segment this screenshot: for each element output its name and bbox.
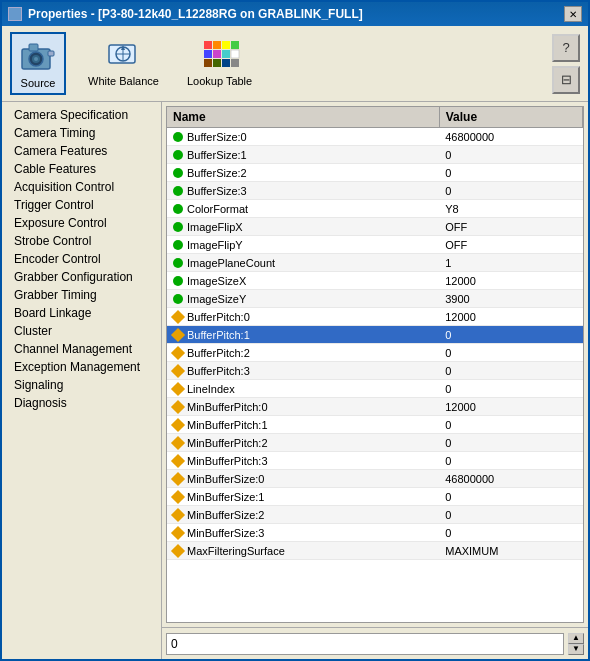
row-name: BufferSize:1 — [167, 146, 439, 164]
table-row[interactable]: BufferSize:046800000 — [167, 128, 583, 146]
toolbar-source[interactable]: Source — [10, 32, 66, 95]
table-row[interactable]: BufferSize:20 — [167, 164, 583, 182]
sidebar-item-grabber-configuration[interactable]: Grabber Configuration — [2, 268, 161, 286]
sidebar-item-camera-specification[interactable]: Camera Specification — [2, 106, 161, 124]
window-title: Properties - [P3-80-12k40_L12288RG on GR… — [28, 7, 363, 21]
table-row[interactable]: BufferSize:10 — [167, 146, 583, 164]
row-value: 0 — [439, 164, 582, 182]
svg-rect-18 — [231, 50, 239, 58]
table-row[interactable]: LineIndex0 — [167, 380, 583, 398]
row-name: MinBufferPitch:3 — [167, 452, 439, 470]
toolbar-lookup-table[interactable]: Lookup Table — [181, 32, 258, 95]
row-name: BufferSize:2 — [167, 164, 439, 182]
sidebar-item-channel-management[interactable]: Channel Management — [2, 340, 161, 358]
table-row[interactable]: BufferSize:30 — [167, 182, 583, 200]
toolbar-white-balance[interactable]: White Balance — [82, 32, 165, 95]
diamond-icon — [171, 399, 185, 413]
diamond-icon — [171, 435, 185, 449]
sidebar-item-camera-timing[interactable]: Camera Timing — [2, 124, 161, 142]
green-dot-icon — [173, 186, 183, 196]
spin-up-button[interactable]: ▲ — [568, 633, 584, 644]
window-icon — [8, 7, 22, 21]
sidebar-item-camera-features[interactable]: Camera Features — [2, 142, 161, 160]
properties-table-container[interactable]: Name Value BufferSize:046800000BufferSiz… — [166, 106, 584, 623]
table-row[interactable]: ColorFormatY8 — [167, 200, 583, 218]
sidebar-item-acquisition-control[interactable]: Acquisition Control — [2, 178, 161, 196]
row-name: MinBufferPitch:0 — [167, 398, 439, 416]
row-name: LineIndex — [167, 380, 439, 398]
table-row[interactable]: MinBufferSize:30 — [167, 524, 583, 542]
sidebar-item-exception-management[interactable]: Exception Management — [2, 358, 161, 376]
toolbar-icons: Source White Balance — [10, 32, 540, 95]
svg-rect-20 — [213, 59, 221, 67]
row-value: 0 — [439, 326, 582, 344]
table-row[interactable]: MinBufferPitch:20 — [167, 434, 583, 452]
green-dot-icon — [173, 276, 183, 286]
row-value: 46800000 — [439, 470, 582, 488]
sidebar-item-signaling[interactable]: Signaling — [2, 376, 161, 394]
sidebar-item-exposure-control[interactable]: Exposure Control — [2, 214, 161, 232]
bottom-value-input[interactable] — [166, 633, 564, 655]
sidebar-item-trigger-control[interactable]: Trigger Control — [2, 196, 161, 214]
sidebar-item-grabber-timing[interactable]: Grabber Timing — [2, 286, 161, 304]
row-name: MinBufferPitch:2 — [167, 434, 439, 452]
sidebar-item-encoder-control[interactable]: Encoder Control — [2, 250, 161, 268]
sidebar-item-diagnosis[interactable]: Diagnosis — [2, 394, 161, 412]
row-name: MinBufferPitch:1 — [167, 416, 439, 434]
table-row[interactable]: BufferPitch:012000 — [167, 308, 583, 326]
spin-down-button[interactable]: ▼ — [568, 644, 584, 655]
table-row[interactable]: ImageFlipXOFF — [167, 218, 583, 236]
table-row[interactable]: MinBufferSize:20 — [167, 506, 583, 524]
table-row[interactable]: MinBufferPitch:012000 — [167, 398, 583, 416]
sidebar-item-board-linkage[interactable]: Board Linkage — [2, 304, 161, 322]
table-row[interactable]: ImageFlipYOFF — [167, 236, 583, 254]
table-row[interactable]: BufferPitch:10 — [167, 326, 583, 344]
table-row[interactable]: MinBufferPitch:30 — [167, 452, 583, 470]
close-button[interactable]: ✕ — [564, 6, 582, 22]
svg-rect-13 — [222, 41, 230, 49]
row-value: 12000 — [439, 272, 582, 290]
table-row[interactable]: MinBufferPitch:10 — [167, 416, 583, 434]
diamond-icon — [171, 489, 185, 503]
green-dot-icon — [173, 258, 183, 268]
white-balance-label: White Balance — [88, 75, 159, 87]
row-name: MinBufferSize:2 — [167, 506, 439, 524]
row-value: 12000 — [439, 308, 582, 326]
sidebar: Camera SpecificationCamera TimingCamera … — [2, 102, 162, 659]
row-value: 0 — [439, 182, 582, 200]
sidebar-item-strobe-control[interactable]: Strobe Control — [2, 232, 161, 250]
toolbar-right: ? ⊟ — [552, 32, 580, 95]
green-dot-icon — [173, 222, 183, 232]
row-value: 0 — [439, 344, 582, 362]
source-label: Source — [21, 77, 56, 89]
layout-button[interactable]: ⊟ — [552, 66, 580, 94]
table-row[interactable]: BufferPitch:20 — [167, 344, 583, 362]
row-name: BufferPitch:1 — [167, 326, 439, 344]
properties-table: Name Value BufferSize:046800000BufferSiz… — [167, 107, 583, 560]
green-dot-icon — [173, 168, 183, 178]
sidebar-item-cluster[interactable]: Cluster — [2, 322, 161, 340]
svg-rect-16 — [213, 50, 221, 58]
table-row[interactable]: BufferPitch:30 — [167, 362, 583, 380]
svg-rect-5 — [48, 51, 54, 56]
table-row[interactable]: ImageSizeX12000 — [167, 272, 583, 290]
help-button[interactable]: ? — [552, 34, 580, 62]
table-row[interactable]: MinBufferSize:10 — [167, 488, 583, 506]
row-name: BufferSize:0 — [167, 128, 439, 146]
diamond-icon — [171, 345, 185, 359]
table-row[interactable]: MaxFilteringSurfaceMAXIMUM — [167, 542, 583, 560]
table-row[interactable]: ImagePlaneCount1 — [167, 254, 583, 272]
col-value: Value — [439, 107, 582, 128]
svg-rect-21 — [222, 59, 230, 67]
diamond-icon — [171, 471, 185, 485]
row-value: 3900 — [439, 290, 582, 308]
row-name: BufferPitch:3 — [167, 362, 439, 380]
svg-rect-22 — [231, 59, 239, 67]
table-row[interactable]: MinBufferSize:046800000 — [167, 470, 583, 488]
title-bar: Properties - [P3-80-12k40_L12288RG on GR… — [2, 2, 588, 26]
properties-window: Properties - [P3-80-12k40_L12288RG on GR… — [0, 0, 590, 661]
row-value: 0 — [439, 362, 582, 380]
sidebar-item-cable-features[interactable]: Cable Features — [2, 160, 161, 178]
table-row[interactable]: ImageSizeY3900 — [167, 290, 583, 308]
row-value: 0 — [439, 380, 582, 398]
